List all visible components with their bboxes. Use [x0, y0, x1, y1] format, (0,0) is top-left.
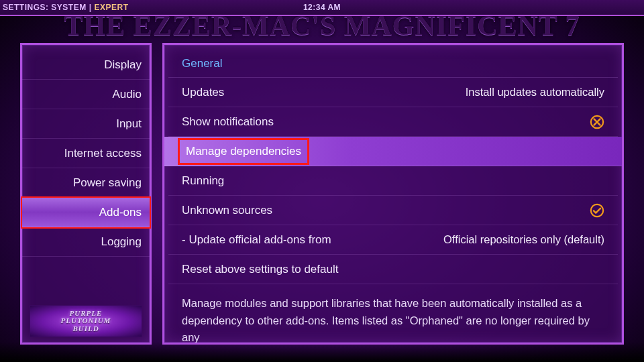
settings-panel: General Updates Install updates automati… — [162, 43, 624, 345]
setting-updates[interactable]: Updates Install updates automatically — [168, 78, 618, 107]
sidebar-item-power-saving[interactable]: Power saving — [22, 168, 150, 198]
settings-level[interactable]: EXPERT — [95, 3, 129, 12]
setting-value: Official repositories only (default) — [443, 233, 604, 246]
sidebar-item-label: Input — [116, 117, 142, 131]
sidebar-item-add-ons[interactable]: Add-ons — [22, 198, 150, 227]
sidebar-item-label: Add-ons — [99, 206, 142, 219]
svg-point-1 — [591, 204, 603, 216]
setting-label: Show notifications — [182, 115, 274, 129]
setting-show-notifications[interactable]: Show notifications — [168, 107, 618, 137]
clock: 12:34 AM — [303, 3, 341, 12]
sidebar-item-logging[interactable]: Logging — [22, 227, 150, 257]
setting-label: Manage dependencies — [186, 145, 301, 158]
setting-reset-defaults[interactable]: Reset above settings to default — [168, 255, 618, 284]
setting-running[interactable]: Running — [168, 166, 618, 196]
setting-description: Manage modules and support libraries tha… — [168, 288, 618, 343]
breadcrumb-sep: | — [89, 3, 92, 12]
toggle-on-icon[interactable] — [590, 203, 604, 218]
top-bar: SETTINGS: SYSTEM | EXPERT 12:34 AM — [0, 0, 644, 16]
setting-unknown-sources[interactable]: Unknown sources — [168, 196, 618, 225]
sidebar-item-audio[interactable]: Audio — [22, 80, 150, 109]
toggle-off-icon[interactable] — [590, 115, 604, 129]
section-heading-general: General — [168, 52, 618, 78]
setting-update-official-addons-from[interactable]: - Update official add-ons from Official … — [168, 225, 618, 255]
setting-manage-dependencies[interactable]: Manage dependencies — [164, 137, 622, 166]
setting-value: Install updates automatically — [466, 86, 604, 99]
sidebar-item-label: Internet access — [64, 147, 142, 160]
sidebar-item-internet-access[interactable]: Internet access — [22, 139, 150, 168]
setting-label: Updates — [182, 86, 224, 99]
sidebar-item-label: Audio — [113, 88, 142, 101]
sidebar-item-display[interactable]: Display — [22, 50, 150, 80]
sidebar-item-label: Display — [104, 58, 142, 72]
setting-label: Reset above settings to default — [182, 263, 338, 276]
sidebar: Display Audio Input Internet access Powe… — [20, 43, 152, 345]
setting-label: Running — [182, 174, 224, 188]
build-logo: PURPLE PLUTONIUM BUILD — [30, 305, 142, 337]
sidebar-item-label: Logging — [101, 235, 142, 249]
breadcrumb-section: SYSTEM — [51, 3, 86, 12]
breadcrumb-root: SETTINGS: — [3, 3, 49, 12]
logo-line: BUILD — [72, 325, 99, 333]
sidebar-item-input[interactable]: Input — [22, 109, 150, 139]
sidebar-item-label: Power saving — [73, 176, 142, 190]
setting-label: - Update official add-ons from — [182, 233, 331, 247]
setting-label: Unknown sources — [182, 204, 272, 217]
bottom-vignette — [0, 342, 644, 362]
